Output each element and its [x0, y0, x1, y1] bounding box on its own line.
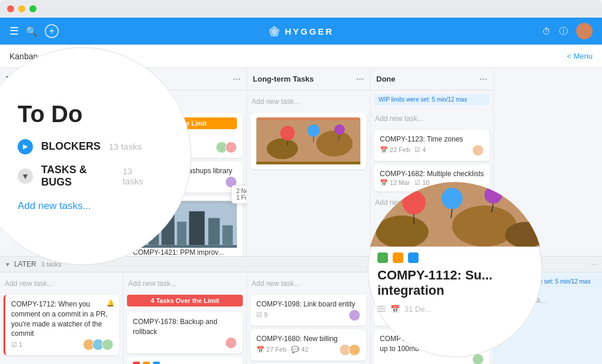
- comment-text: 2 New Comments: [236, 188, 246, 194]
- col-menu-dots[interactable]: ···: [356, 74, 364, 85]
- dot-orange: [143, 362, 150, 364]
- detail-dots-row: [367, 247, 543, 267]
- user-avatar[interactable]: [576, 23, 593, 39]
- column-body-longterm: Add new task...: [247, 90, 370, 256]
- avatar: [102, 339, 113, 350]
- todo-overlay-container: To Do ▶ BLOCKERS 13 tasks ▼ TASKS & BUGS…: [0, 45, 194, 268]
- blockers-count: 13 tasks: [109, 141, 142, 151]
- card-image-balloon: [256, 117, 360, 164]
- bottom-column-1: Add new task... 🔔 COMPY-1712: When you c…: [0, 272, 123, 364]
- add-task-longterm[interactable]: Add new task...: [250, 94, 366, 109]
- help-icon[interactable]: ⓘ: [559, 26, 568, 37]
- card-avatars: [472, 144, 484, 156]
- blockers-label: BLOCKERS: [41, 140, 101, 153]
- overlay-add-tasks[interactable]: Add new tasks...: [18, 200, 153, 212]
- add-button[interactable]: +: [45, 24, 59, 38]
- over-limit-banner-b2: 4 Tasks Over the Limit: [127, 295, 243, 306]
- card-longterm-balloon: [250, 113, 366, 169]
- column-header-longterm: Long-term Tasks ···: [247, 68, 370, 90]
- brand-label: HYGGER: [285, 26, 333, 36]
- dot-red: [133, 362, 140, 364]
- card-avatars: [339, 344, 360, 356]
- detail-circle-content: COMPY-1112: Su...integration 📅 31 De...: [367, 182, 543, 358]
- search-icon[interactable]: 🔍: [26, 26, 38, 37]
- column-header-done2: Done ···: [370, 68, 493, 90]
- card-compy-1679: COMPY-1679: Automated email...: [127, 357, 243, 364]
- detail-date: 31 De...: [404, 305, 432, 314]
- svg-point-31: [442, 188, 463, 209]
- tasks: ☑ 4: [414, 146, 426, 154]
- traffic-light-green[interactable]: [29, 5, 36, 12]
- add-task-done2[interactable]: Add new task...: [374, 111, 490, 126]
- calendar-icon: 📅: [390, 305, 400, 314]
- avatar: [225, 337, 237, 349]
- card-compy-1678: COMPY-1678: Backup and rollback: [127, 312, 243, 353]
- hamburger-icon[interactable]: ☰: [9, 25, 19, 38]
- avatar: [349, 309, 360, 321]
- svg-point-12: [316, 130, 353, 156]
- avatar: [349, 344, 360, 356]
- dot-blue: [408, 252, 419, 263]
- add-task-b2[interactable]: Add new task...: [127, 276, 243, 291]
- topbar: ☰ 🔍 + HYGGER ⏱ ⓘ: [0, 18, 602, 45]
- card-meta: ☑ 1: [11, 339, 113, 350]
- detail-title: COMPY-1112: Su...integration: [367, 267, 543, 300]
- overlay-blockers-row[interactable]: ▶ BLOCKERS 13 tasks: [18, 139, 153, 154]
- wip-banner: WIP limits were set: 5 min/12 max: [374, 94, 490, 105]
- card-meta: 📅 27 Feb 💬 42: [256, 344, 360, 356]
- menu-button[interactable]: < Menu: [567, 52, 593, 60]
- bottom-column-3: Add new task... COMPY-1098: Link board e…: [247, 272, 370, 364]
- dot-blue: [153, 362, 160, 364]
- col-menu-dots[interactable]: ···: [233, 74, 240, 85]
- detail-date-row: 📅 31 De...: [367, 300, 543, 318]
- traffic-light-yellow[interactable]: [18, 5, 25, 12]
- topbar-brand: HYGGER: [268, 25, 333, 37]
- add-task-b1[interactable]: Add new task...: [4, 276, 119, 291]
- col-header-label: Long-term Tasks: [253, 75, 314, 83]
- overlay-tasks-row[interactable]: ▼ TASKS & BUGS 13 tasks: [18, 164, 153, 188]
- comment-bubble: 2 New Comments 1 Files Attached: [231, 185, 246, 204]
- row-options[interactable]: ···: [591, 260, 597, 268]
- brand-icon: [268, 25, 280, 37]
- card-title: COMPY-1123: Time zones: [380, 135, 463, 143]
- avatar: [472, 144, 484, 156]
- add-task-b3[interactable]: Add new task...: [250, 276, 366, 291]
- overlay-todo-title: To Do: [18, 101, 153, 127]
- card-title: COMPY-1712: When you comment on a commit…: [11, 300, 108, 338]
- date: 📅 27 Feb: [256, 346, 286, 353]
- svg-point-13: [280, 126, 295, 140]
- col-header-label: Done: [376, 75, 396, 83]
- card-avatars: [349, 309, 360, 321]
- topbar-right: ⏱ ⓘ: [542, 23, 593, 39]
- bottom-col-body-1: Add new task... 🔔 COMPY-1712: When you c…: [0, 272, 123, 364]
- card-compy-1680: COMPY-1680: New billing 📅 27 Feb 💬 42: [250, 329, 366, 360]
- svg-rect-8: [208, 218, 219, 245]
- bottom-col-body-2: Add new task... 4 Tasks Over the Limit C…: [123, 272, 246, 364]
- likes: 💬 42: [291, 346, 308, 353]
- card-title: COMPY-1678: Backup and rollback: [133, 318, 218, 336]
- card-meta: ☑ 9: [256, 309, 360, 321]
- card-meta: 📅 22 Feb ☑ 4: [380, 144, 484, 156]
- date: 📅 22 Feb: [380, 146, 410, 154]
- card-avatars: [216, 141, 237, 153]
- card-compy-1123: COMPY-1123: Time zones 📅 22 Feb ☑ 4: [374, 130, 490, 161]
- topbar-left: ☰ 🔍 +: [9, 24, 59, 38]
- svg-point-15: [307, 124, 320, 137]
- card-avatars: [225, 337, 237, 349]
- card-meta: [133, 337, 237, 349]
- col-menu-dots[interactable]: ···: [480, 74, 487, 85]
- expand-icon: ▼: [18, 168, 33, 184]
- tasks: ☑ 1: [11, 341, 22, 349]
- traffic-light-red[interactable]: [7, 5, 14, 12]
- avatar: [225, 141, 237, 153]
- bell-icon: 🔔: [106, 299, 115, 307]
- bottom-column-2: Add new task... 4 Tasks Over the Limit C…: [123, 272, 247, 364]
- play-icon: ▶: [18, 139, 33, 154]
- svg-point-11: [267, 139, 298, 159]
- window-chrome: [0, 0, 602, 18]
- bottom-col-body-3: Add new task... COMPY-1098: Link board e…: [247, 272, 370, 364]
- todo-overlay-content: To Do ▶ BLOCKERS 13 tasks ▼ TASKS & BUGS…: [0, 45, 194, 268]
- history-icon[interactable]: ⏱: [542, 26, 551, 36]
- svg-rect-9: [222, 225, 233, 245]
- card-title: COMPY-1098: Link board entity: [256, 300, 355, 308]
